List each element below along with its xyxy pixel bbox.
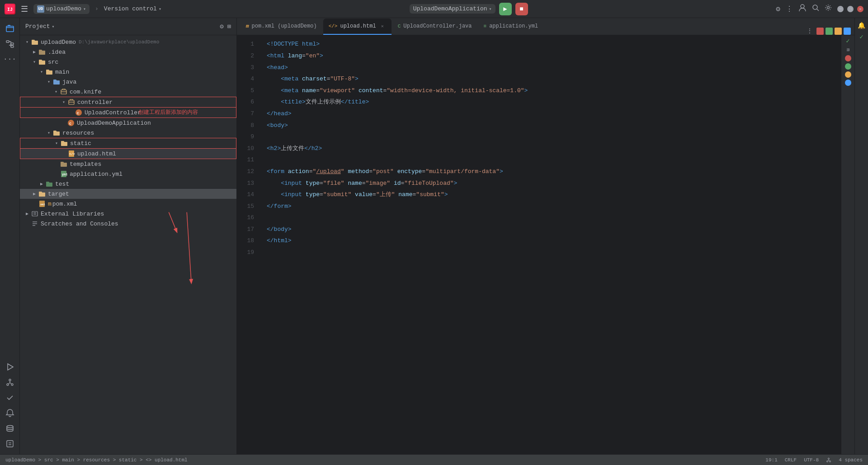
vcs-switcher[interactable]: Version control ▾ (104, 5, 161, 12)
color-circle-red[interactable] (845, 55, 851, 61)
inspect-icon[interactable]: m (845, 48, 851, 52)
close-button[interactable]: ✕ (857, 6, 863, 12)
java-file-icon: C (75, 108, 83, 117)
line-numbers: 1 2 3 4 5 6 7 8 9 10 11 12 13 14 15 16 1… (237, 35, 259, 454)
svg-point-43 (827, 460, 828, 462)
tab-upload-controller[interactable]: C UploadController.java (392, 19, 477, 35)
sidebar-icon-structure[interactable] (3, 37, 17, 51)
vcs-label: Version control (104, 5, 157, 12)
run-config[interactable]: UploadDemoApplication ▾ (410, 4, 495, 14)
code-line-13: <input type="file" name="image" id="file… (267, 178, 841, 189)
checkmark-icon: ✓ (846, 37, 849, 45)
color-circle-orange[interactable] (845, 71, 851, 78)
sidebar-icon-commit[interactable] (3, 391, 17, 404)
tree-item-application-yml[interactable]: yml application.yml (20, 169, 236, 179)
color-tool-red[interactable] (816, 28, 824, 35)
color-tool-orange[interactable] (835, 28, 842, 35)
maximize-button[interactable]: ❐ (847, 6, 854, 12)
svg-text:yml: yml (62, 173, 67, 176)
code-area[interactable]: <!DOCTYPE html> <html lang="en"> <head> … (259, 35, 841, 454)
sidebar-icon-notification[interactable] (3, 406, 17, 420)
far-right-panel: 🔔 ✓ (854, 18, 868, 454)
xml-file-icon: xml (38, 200, 46, 208)
tree-label: target (48, 191, 69, 197)
color-tool-blue[interactable] (844, 28, 851, 35)
run-button[interactable]: ▶ (499, 3, 512, 15)
tree-item-idea[interactable]: ▶ .idea (20, 47, 236, 57)
status-encoding[interactable]: UTF-8 (804, 457, 819, 463)
more-icon[interactable]: ⋮ (786, 5, 793, 14)
tree-item-target[interactable]: ▶ target (20, 189, 236, 199)
tree-item-pom-xml[interactable]: xml m pom.xml (20, 199, 236, 209)
color-circle-green[interactable] (845, 63, 851, 70)
minimize-button[interactable]: — (837, 6, 844, 12)
notification-bell-icon[interactable]: 🔔 (858, 22, 865, 29)
tree-label: Scratches and Consoles (41, 221, 118, 227)
tree-item-static[interactable]: ▾ static (20, 138, 236, 149)
tree-item-templates[interactable]: templates (20, 159, 236, 169)
code-line-15: </form> (267, 201, 841, 212)
folder-icon (31, 38, 39, 46)
color-circle-blue[interactable] (845, 80, 851, 86)
tab-bar: m pom.xml (uploadDemo) </> upload.html ✕… (237, 18, 854, 35)
status-position[interactable]: 19:1 (765, 457, 777, 463)
sidebar-icon-git[interactable] (3, 376, 17, 389)
more-tabs-icon[interactable]: ⋮ (807, 27, 813, 35)
tree-item-java[interactable]: ▾ java (20, 77, 236, 87)
tree-item-uploadDemo[interactable]: ▾ uploadDemo D:\javaworkplace\uploadDemo (20, 37, 236, 47)
code-line-12: <form action="/upload" method="post" enc… (267, 166, 841, 178)
tree-label: application.yml (70, 171, 123, 178)
sidebar-icon-run[interactable] (3, 360, 17, 374)
status-right: 19:1 CRLF UTF-8 4 spaces (765, 457, 863, 463)
code-line-4: <meta charset="UTF-8"> (267, 74, 841, 85)
tab-label: application.yml (489, 23, 538, 29)
project-header: Project ▾ ⚙ ⊞ (20, 18, 236, 35)
tab-upload-html[interactable]: </> upload.html ✕ (323, 19, 392, 35)
stop-button[interactable]: ■ (515, 3, 528, 15)
status-path[interactable]: uploadDemo > src > main > resources > st… (5, 457, 188, 463)
tree-item-controller[interactable]: ▾ controller (20, 97, 236, 108)
tree-item-resources[interactable]: ▾ resources (20, 128, 236, 138)
expand-arrow-icon: ▾ (45, 79, 52, 85)
tree-item-com-knife[interactable]: ▾ com.knife (20, 87, 236, 97)
code-line-6: <title>文件上传示例</title> (267, 97, 841, 108)
search-icon[interactable] (812, 4, 819, 14)
status-bar: uploadDemo > src > main > resources > st… (0, 454, 868, 465)
line-number-11: 11 (237, 155, 254, 166)
sidebar-icon-project[interactable] (3, 22, 17, 35)
sidebar-icon-todo[interactable] (3, 437, 17, 451)
tree-label: UploadController (85, 109, 141, 116)
tree-item-test[interactable]: ▶ test (20, 179, 236, 189)
tab-pom-xml[interactable]: m pom.xml (uploadDemo) (241, 19, 322, 35)
hamburger-menu[interactable]: ☰ (19, 2, 30, 16)
tab-close-button[interactable]: ✕ (379, 23, 386, 30)
sidebar-icon-more[interactable]: ··· (3, 52, 17, 66)
tree-item-upload-demo-app[interactable]: C UploadDemoApplication (20, 118, 236, 128)
gear-icon[interactable]: ⚙ (776, 5, 780, 14)
tree-label: templates (70, 161, 101, 168)
tab-application-yml[interactable]: ≡ application.yml (478, 19, 544, 35)
settings-icon[interactable]: ⚙ (220, 23, 223, 30)
sidebar-icon-database[interactable] (3, 422, 17, 435)
line-number-16: 16 (237, 212, 254, 224)
tree-item-external-libs[interactable]: ▶ External Libraries (20, 209, 236, 219)
line-number-2: 2 (237, 51, 254, 62)
vcs-chevron-icon: ▾ (159, 6, 161, 12)
status-indent[interactable]: 4 spaces (839, 457, 863, 463)
tree-item-upload-controller[interactable]: C UploadController (20, 108, 236, 118)
tree-item-src[interactable]: ▾ src (20, 57, 236, 67)
tree-item-main[interactable]: ▾ main (20, 67, 236, 77)
status-line-ending[interactable]: CRLF (785, 457, 797, 463)
code-line-9 (267, 132, 841, 143)
project-switcher[interactable]: UD uploadDemo ▾ (33, 4, 90, 14)
tree-item-scratches[interactable]: Scratches and Consoles (20, 219, 236, 229)
code-line-5: <meta name="viewport" content="width=dev… (267, 85, 841, 97)
color-tool-green[interactable] (826, 28, 833, 35)
tab-icon: m (246, 23, 249, 29)
profile-icon[interactable] (798, 4, 807, 14)
tree-label: m (48, 201, 52, 207)
settings-icon[interactable] (825, 4, 832, 14)
tree-item-upload-html[interactable]: </> upload.html (20, 149, 236, 159)
expand-icon[interactable]: ⊞ (227, 23, 231, 30)
status-git[interactable] (826, 457, 831, 463)
